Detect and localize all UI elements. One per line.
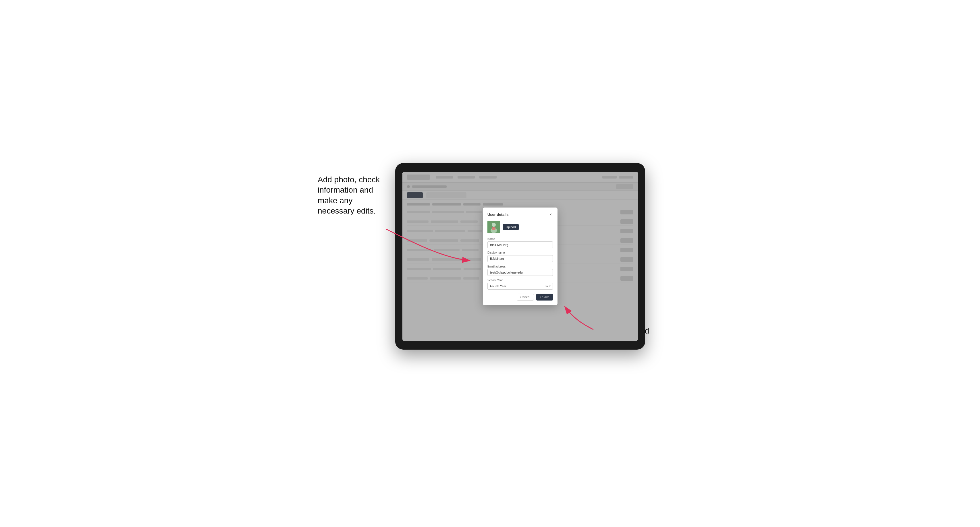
select-arrow-icon[interactable]: ▲▼ [546,285,551,287]
cancel-button[interactable]: Cancel [517,294,534,300]
svg-point-1 [492,223,496,227]
modal-header: User details × [487,212,553,217]
tablet-device: User details × [395,163,645,349]
display-name-label: Display name [487,251,553,254]
app-background: User details × [402,171,638,341]
email-input[interactable] [487,269,553,276]
modal-close-button[interactable]: × [548,212,553,217]
school-year-label: School Year [487,279,553,282]
display-name-input[interactable] [487,255,553,262]
school-year-input[interactable] [487,283,553,290]
modal-overlay: User details × [402,171,638,341]
save-label: Save [542,295,549,299]
upload-photo-button[interactable]: Upload [503,224,519,230]
name-field-group: Name [487,237,553,248]
photo-thumbnail [487,221,500,233]
user-details-modal: User details × [483,208,557,305]
name-input[interactable] [487,241,553,248]
school-year-field-group: School Year × ▲▼ [487,279,553,290]
name-label: Name [487,237,553,241]
save-button[interactable]: ↑ Save [536,294,553,300]
scene: Add photo, check information and make an… [318,146,662,381]
svg-rect-3 [492,227,495,230]
school-year-select-wrapper: × ▲▼ [487,283,553,290]
email-field-group: Email address [487,265,553,276]
display-name-field-group: Display name [487,251,553,262]
photo-section: Upload [487,221,553,233]
modal-title: User details [487,213,509,217]
person-avatar-icon [487,221,500,233]
tablet-screen: User details × [402,171,638,341]
annotation-left: Add photo, check information and make an… [318,175,387,216]
modal-footer: Cancel ↑ Save [487,294,553,300]
save-icon: ↑ [540,296,541,299]
email-label: Email address [487,265,553,268]
